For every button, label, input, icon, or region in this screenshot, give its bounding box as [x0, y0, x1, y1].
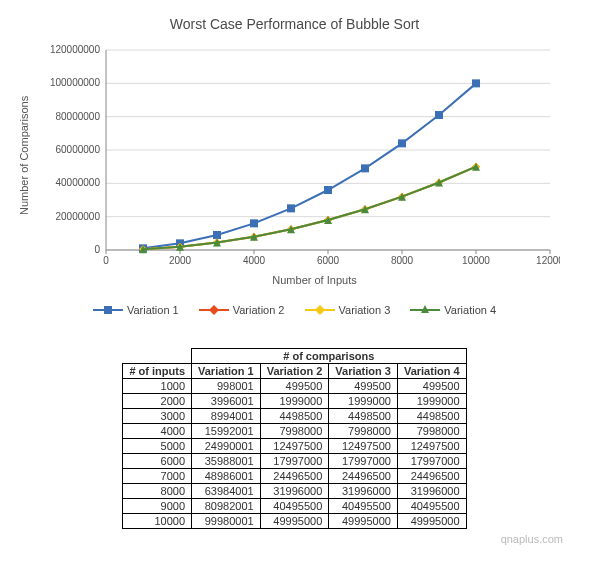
- watermark: qnaplus.com: [16, 533, 573, 545]
- legend-item: Variation 1: [93, 302, 179, 318]
- svg-text:60000000: 60000000: [56, 144, 101, 155]
- line-chart: 0200000004000000060000000800000001000000…: [30, 40, 560, 270]
- chart-title: Worst Case Performance of Bubble Sort: [16, 16, 573, 32]
- svg-rect-37: [398, 139, 406, 147]
- svg-rect-35: [324, 186, 332, 194]
- svg-rect-36: [361, 164, 369, 172]
- svg-text:0: 0: [103, 255, 109, 266]
- svg-text:120000000: 120000000: [50, 44, 100, 55]
- svg-rect-34: [287, 204, 295, 212]
- svg-text:8000: 8000: [391, 255, 414, 266]
- legend: Variation 1 Variation 2 Variation 3 Vari…: [16, 302, 573, 318]
- svg-text:80000000: 80000000: [56, 111, 101, 122]
- data-table: # of comparisons# of inputsVariation 1Va…: [122, 348, 466, 529]
- svg-rect-71: [104, 306, 112, 314]
- svg-marker-75: [315, 305, 325, 315]
- svg-text:100000000: 100000000: [50, 77, 100, 88]
- svg-rect-33: [250, 219, 258, 227]
- svg-text:12000: 12000: [536, 255, 560, 266]
- svg-rect-38: [435, 111, 443, 119]
- svg-text:0: 0: [94, 244, 100, 255]
- svg-text:20000000: 20000000: [56, 211, 101, 222]
- legend-item: Variation 2: [199, 302, 285, 318]
- svg-rect-39: [472, 79, 480, 87]
- svg-text:10000: 10000: [462, 255, 490, 266]
- svg-text:6000: 6000: [317, 255, 340, 266]
- svg-text:2000: 2000: [169, 255, 192, 266]
- svg-text:4000: 4000: [243, 255, 266, 266]
- legend-item: Variation 3: [305, 302, 391, 318]
- legend-item: Variation 4: [410, 302, 496, 318]
- svg-rect-32: [213, 231, 221, 239]
- y-axis-label: Number of Comparisons: [16, 40, 30, 270]
- x-axis-label: Number of Inputs: [56, 274, 573, 286]
- svg-text:40000000: 40000000: [56, 177, 101, 188]
- svg-marker-73: [209, 305, 219, 315]
